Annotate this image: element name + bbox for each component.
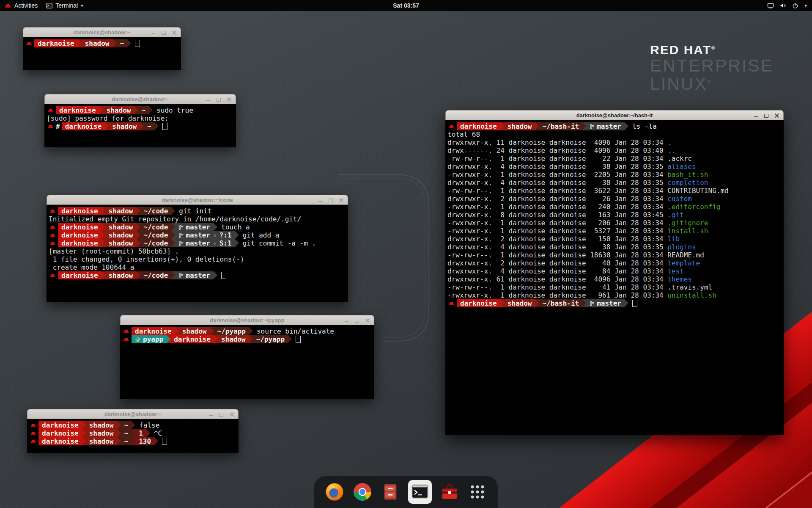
file-name: .gitignore: [667, 219, 708, 227]
window-titlebar[interactable]: darknoise@shadow:~/code: [47, 195, 348, 205]
minimize-button[interactable]: [151, 30, 156, 35]
file-name: bash_it.sh: [667, 171, 708, 179]
terminal-cursor: [162, 438, 167, 445]
terminal-output-line: create mode 100644 a: [49, 263, 348, 271]
terminal-content[interactable]: darknoiseshadow~: [23, 37, 181, 70]
activities-label: Activities: [14, 2, 38, 9]
minimize-button[interactable]: [753, 113, 758, 118]
window-titlebar[interactable]: darknoise@shadow:~/pyapp: [120, 315, 374, 325]
powerline-segment-path: ~/pyapp: [253, 335, 288, 343]
powerline-segment-path: ~/bash-it: [539, 122, 583, 130]
terminal-dock-active-tile[interactable]: [408, 480, 432, 504]
ls-row: -rwxrwxr-x. 1 darknoise darknoise 2205 J…: [447, 171, 784, 179]
file-name: .git: [667, 211, 684, 219]
volume-icon[interactable]: [780, 3, 786, 8]
git-branch-icon: [178, 273, 183, 279]
maximize-button[interactable]: [161, 30, 166, 35]
powerline-segment-host: shadow: [103, 106, 134, 114]
redhat-prompt-icon: [448, 301, 455, 306]
prompt-line: darknoiseshadow~false: [29, 421, 239, 429]
minimize-button[interactable]: [318, 197, 323, 202]
redhat-prompt-icon: [30, 431, 36, 436]
powerline-segment-path: ~: [121, 437, 132, 445]
close-button[interactable]: [339, 197, 344, 202]
powerline-segment-host: shadow: [105, 223, 137, 231]
close-button[interactable]: [172, 30, 177, 35]
terminal-content[interactable]: darknoiseshadow~/codegit initInitialized…: [47, 205, 348, 302]
terminal-window-5: darknoise@shadow:~ darknoiseshadow~false…: [27, 409, 239, 453]
app-grid-icon[interactable]: [467, 482, 488, 502]
window-title: darknoise@shadow:~/bash-it: [576, 112, 653, 119]
maximize-button[interactable]: [219, 411, 224, 417]
rhel-logo: RED HAT® ENTERPRISE LINUX®: [650, 43, 774, 94]
close-button[interactable]: [365, 318, 370, 323]
terminal-content[interactable]: darknoiseshadow~/pyappsource bin/activat…: [120, 325, 374, 399]
close-button[interactable]: [774, 113, 779, 118]
firefox-icon[interactable]: [324, 482, 345, 502]
close-button[interactable]: [229, 411, 234, 417]
chrome-icon[interactable]: [352, 482, 373, 502]
prompt-line: pyappdarknoiseshadow~/pyapp: [122, 335, 374, 343]
app-menu-terminal[interactable]: Terminal ▾: [42, 0, 87, 11]
ls-row: -rwxrwxr-x. 1 darknoise darknoise 961 Ja…: [447, 291, 784, 299]
display-icon[interactable]: [767, 3, 774, 8]
prompt-line: darknoiseshadow~/code master›?:1git add …: [49, 231, 348, 239]
window-title: darknoise@shadow:~: [104, 411, 161, 417]
toolbox-icon[interactable]: [439, 482, 460, 502]
chevron-down-icon[interactable]: ▾: [804, 3, 807, 8]
ls-row: -rw-rw-r--. 1 darknoise darknoise 3622 J…: [447, 187, 784, 195]
prompt-line: darknoiseshadow~/codegit init: [49, 207, 348, 215]
git-branch-icon: [178, 240, 183, 246]
maximize-button[interactable]: [764, 113, 769, 118]
chevron-down-icon: ▾: [81, 3, 83, 8]
terminal-window-4: darknoise@shadow:~/pyapp darknoiseshadow…: [120, 315, 374, 399]
file-name: aliases: [667, 163, 696, 171]
maximize-button[interactable]: [216, 97, 221, 102]
ls-row: -rwxrwxr-x. 1 darknoise darknoise 206 Ja…: [447, 219, 784, 227]
prompt-line: darknoiseshadow~/code mastertouch a: [49, 223, 348, 231]
window-titlebar[interactable]: darknoise@shadow:~: [23, 27, 181, 37]
terminal-content[interactable]: darknoiseshadow~sudo true[sudo] password…: [44, 104, 236, 147]
prompt-line: darknoiseshadow~: [25, 39, 181, 47]
powerline-segment-host: shadow: [86, 437, 117, 445]
activities-button[interactable]: Activities: [0, 0, 42, 11]
powerline-segment-host: shadow: [179, 327, 210, 335]
powerline-segment-user: darknoise: [38, 437, 82, 445]
command-text: touch a: [221, 223, 250, 231]
close-button[interactable]: [227, 97, 232, 102]
git-branch-icon: [590, 301, 594, 306]
redhat-prompt-icon: [49, 225, 56, 229]
file-name: test: [667, 267, 684, 275]
powerline-segment-host: shadow: [105, 239, 137, 247]
powerline-segment-path: ~: [144, 122, 155, 130]
minimize-button[interactable]: [206, 97, 211, 102]
power-icon[interactable]: [792, 3, 798, 9]
powerline-segment-path: ~/code: [140, 271, 172, 279]
ls-row: drwxrwxr-x. 61 darknoise darknoise 4096 …: [447, 275, 784, 283]
window-title: darknoise@shadow:~/code: [162, 197, 233, 203]
window-titlebar[interactable]: darknoise@shadow:~/bash-it: [445, 110, 784, 120]
git-branch-icon: [178, 224, 183, 230]
command-text: git commit -a -m .: [243, 239, 316, 247]
minimize-button[interactable]: [208, 411, 213, 417]
terminal-output-line: 1 file changed, 0 insertions(+), 0 delet…: [49, 255, 348, 263]
powerline-segment-path: ~/code: [140, 207, 172, 215]
powerline-segment-user: darknoise: [38, 429, 82, 437]
window-titlebar[interactable]: darknoise@shadow:~: [27, 409, 239, 419]
window-titlebar[interactable]: darknoise@shadow:~: [44, 94, 236, 104]
terminal-content[interactable]: darknoiseshadow~false darknoiseshadow~1^…: [27, 419, 239, 453]
maximize-button[interactable]: [328, 197, 333, 202]
clock[interactable]: Sat 03:57: [393, 2, 419, 9]
file-name: custom: [667, 195, 692, 203]
terminal-content[interactable]: darknoiseshadow~/bash-it masterls -latot…: [445, 120, 784, 435]
powerline-segment-path: ~: [138, 106, 149, 114]
git-branch-icon: [590, 124, 594, 130]
maximize-button[interactable]: [354, 318, 359, 323]
window-title: darknoise@shadow:~: [112, 96, 168, 102]
powerline-segment-path: ~: [117, 39, 128, 47]
file-manager-icon[interactable]: [380, 482, 401, 502]
powerline-segment-path: ~/code: [140, 231, 172, 239]
minimize-button[interactable]: [344, 318, 349, 323]
app-menu-label: Terminal: [55, 2, 78, 9]
prompt-line: darknoiseshadow~1^C: [29, 429, 239, 437]
